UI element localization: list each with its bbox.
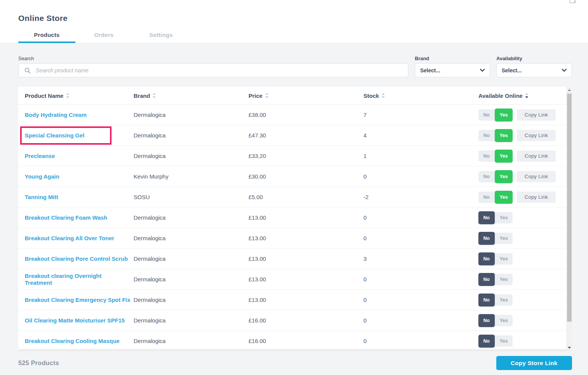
column-header-brand[interactable]: Brand [134,93,156,99]
toggle-no[interactable]: No [478,273,495,286]
price-cell: £33.20 [249,153,363,159]
table-row: Tanning Mitt SOSU £5.00 -2 No Yes Copy L… [18,187,566,207]
availability-toggle: No Yes [478,109,513,121]
availability-toggle: No Yes [478,315,513,326]
product-link[interactable]: Breakout clearing Overnight Treatment [25,273,102,286]
product-link[interactable]: Breakout Clearing All Over Toner [25,235,114,242]
brand-cell: Dermalogica [134,255,249,262]
price-cell: £38.00 [249,112,363,118]
product-link[interactable]: Oil Clearing Matte Moisturiser SPF15 [25,317,125,324]
scrollbar-down-arrow-icon[interactable] [566,345,572,351]
price-cell: £16.00 [249,317,363,324]
search-input[interactable] [36,64,408,77]
column-header-available-online[interactable]: Available Online [478,93,528,99]
brand-select[interactable]: Select... [415,63,490,77]
copy-store-link-button[interactable]: Copy Store Link [496,356,572,370]
column-header-price[interactable]: Price [249,93,268,99]
toggle-yes[interactable]: Yes [495,212,513,223]
sort-icon[interactable] [382,93,385,98]
availability-toggle: No Yes [478,212,513,223]
toggle-no[interactable]: No [478,252,495,265]
toggle-yes[interactable]: Yes [495,150,513,163]
sort-icon[interactable] [66,93,69,98]
sort-icon-desc[interactable] [525,93,528,98]
price-cell: £47.30 [249,132,363,139]
table-row: Young Again Kevin Murphy £30.00 0 No Yes… [18,166,566,187]
column-header-product-name[interactable]: Product Name [25,93,69,99]
brand-cell: Dermalogica [134,214,249,221]
price-cell: £30.00 [249,173,363,180]
toggle-no[interactable]: No [478,232,495,245]
brand-cell: SOSU [134,194,249,200]
toggle-no[interactable]: No [478,150,495,162]
copy-link-button[interactable]: Copy Link [517,109,556,121]
toggle-yes[interactable]: Yes [495,191,513,204]
product-link[interactable]: Breakout Clearing Cooling Masque [25,338,120,345]
product-count: 525 Products [18,359,59,367]
window-restore-icon[interactable] [570,0,575,3]
stock-cell: 0 [363,317,478,324]
toggle-yes[interactable]: Yes [495,253,513,265]
toggle-no[interactable]: No [478,314,495,327]
scrollbar-up-arrow-icon[interactable] [566,87,572,93]
tab-products[interactable]: Products [18,32,75,43]
brand-cell: Dermalogica [134,112,249,118]
copy-link-button[interactable]: Copy Link [517,171,556,182]
available-online-cell: No Yes [478,294,566,306]
available-online-cell: No Yes Copy Link [478,171,566,182]
availability-select-value: Select... [502,67,522,73]
table-row: Breakout Clearing Emergency Spot Fix Der… [18,290,566,310]
toggle-yes[interactable]: Yes [495,170,513,183]
price-cell: £13.00 [249,235,363,241]
toggle-no[interactable]: No [478,294,495,306]
availability-toggle: No Yes [478,171,513,182]
toggle-no[interactable]: No [478,191,495,203]
toggle-yes[interactable]: Yes [495,233,513,244]
product-link[interactable]: Body Hydrating Cream [25,112,87,118]
product-link[interactable]: Tanning Mitt [25,194,58,201]
table-row: Breakout Clearing Cooling Masque Dermalo… [18,331,566,351]
copy-link-button[interactable]: Copy Link [517,191,556,203]
column-header-stock[interactable]: Stock [363,93,385,99]
toggle-yes[interactable]: Yes [495,109,513,121]
toggle-no[interactable]: No [478,130,495,141]
toggle-yes[interactable]: Yes [495,335,513,347]
product-link[interactable]: Breakout Clearing Foam Wash [25,214,107,221]
available-online-cell: No Yes [478,233,566,244]
sort-icon[interactable] [153,93,156,98]
copy-link-button[interactable]: Copy Link [517,130,556,141]
availability-toggle: No Yes [478,335,513,347]
table-scrollbar[interactable] [566,87,572,351]
tab-settings[interactable]: Settings [132,32,190,43]
price-cell: £13.00 [249,255,363,262]
availability-select[interactable]: Select... [496,63,572,77]
tab-orders[interactable]: Orders [75,32,132,43]
scrollbar-thumb[interactable] [567,94,572,322]
available-online-cell: No Yes [478,335,566,347]
copy-link-button[interactable]: Copy Link [517,150,556,162]
toggle-no[interactable]: No [478,335,495,348]
stock-cell: 7 [363,112,478,118]
availability-toggle: No Yes [478,150,513,162]
toggle-yes[interactable]: Yes [495,274,513,285]
price-cell: £13.00 [249,276,363,282]
available-online-cell: No Yes Copy Link [478,150,566,162]
toggle-yes[interactable]: Yes [495,294,513,306]
table-row: Special Cleansing Gel Dermalogica £47.30… [18,125,566,146]
product-link[interactable]: Breakout Clearing Pore Control Scrub [25,255,128,262]
toggle-no[interactable]: No [478,171,495,182]
available-online-cell: No Yes Copy Link [478,191,566,203]
product-link[interactable]: Special Cleansing Gel [25,132,84,139]
brand-cell: Kevin Murphy [134,173,249,180]
toggle-yes[interactable]: Yes [495,315,513,326]
toggle-yes[interactable]: Yes [495,129,513,142]
product-link[interactable]: Precleanse [25,153,55,160]
brand-cell: Dermalogica [134,338,249,344]
stock-cell: 0 [363,338,478,344]
toggle-no[interactable]: No [478,211,495,224]
product-link[interactable]: Breakout Clearing Emergency Spot Fix [25,297,131,303]
price-cell: £13.00 [249,297,363,303]
toggle-no[interactable]: No [478,109,495,121]
product-link[interactable]: Young Again [25,173,59,180]
sort-icon[interactable] [265,93,268,98]
